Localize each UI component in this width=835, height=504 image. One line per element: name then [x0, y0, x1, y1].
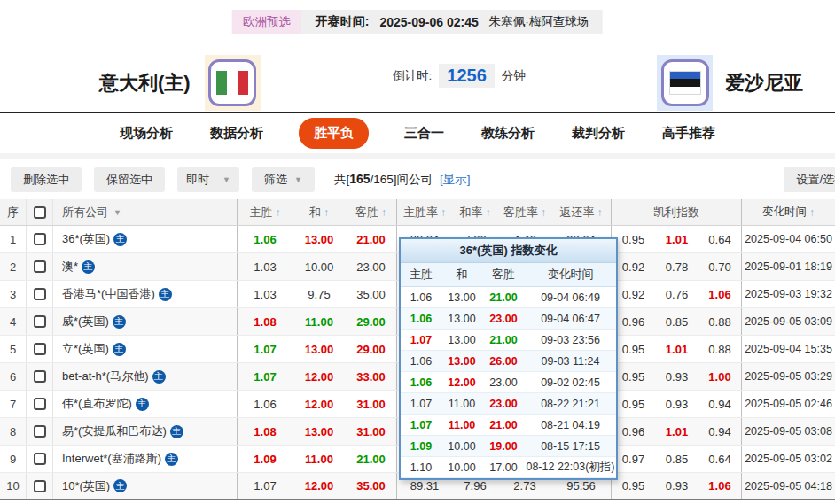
header-change-time[interactable]: 变化时间↑ — [742, 199, 835, 225]
odds-cell[interactable]: 1.08 — [238, 308, 293, 335]
odds-cell[interactable]: 31.00 — [346, 418, 397, 445]
company-cell[interactable]: bet-at-h*(马尔他)主 — [53, 363, 238, 390]
settings-button[interactable]: 设置/选择 — [784, 167, 835, 192]
odds-cell[interactable]: 11.00 — [293, 446, 346, 472]
odds-cell[interactable]: 1.07 — [238, 336, 293, 362]
show-link[interactable]: [显示] — [440, 172, 471, 188]
odds-cell[interactable]: 12.00 — [293, 391, 346, 417]
odds-cell[interactable]: 21.00 — [346, 446, 397, 472]
header-rate-draw[interactable]: 和率↑ — [452, 199, 498, 225]
row-number: 7 — [0, 391, 27, 417]
odds-cell[interactable]: 1.06 — [238, 391, 293, 417]
kelly-cell: 0.70 — [698, 253, 742, 280]
odds-cell[interactable]: 35.00 — [346, 281, 397, 307]
header-rate-return[interactable]: 返还率↑ — [551, 199, 612, 225]
company-name: 威*(英国) — [62, 314, 109, 330]
popup-odds-cell: 23.00 — [482, 313, 525, 325]
filter-button[interactable]: 筛选 ▼ — [252, 167, 315, 192]
odds-cell[interactable]: 12.00 — [293, 473, 346, 499]
odds-cell[interactable]: 31.00 — [346, 391, 397, 417]
row-checkbox[interactable] — [34, 425, 46, 438]
company-name: 伟*(直布罗陀) — [62, 396, 132, 412]
row-checkbox[interactable] — [34, 398, 46, 410]
company-cell[interactable]: 香港马*(中国香港)主 — [53, 281, 238, 307]
row-checkbox-cell — [27, 418, 53, 445]
popup-odds-cell: 13.00 — [441, 355, 482, 368]
kelly-cell: 0.96 — [612, 418, 655, 445]
row-checkbox[interactable] — [34, 480, 46, 492]
company-name: 易*(安提瓜和巴布达) — [62, 423, 167, 439]
kelly-cell: 1.06 — [698, 281, 742, 307]
row-checkbox[interactable] — [34, 370, 46, 383]
company-cell[interactable]: Interwet*(塞浦路斯)主 — [53, 446, 238, 472]
company-cell[interactable]: 易*(安提瓜和巴布达)主 — [53, 418, 238, 445]
header-odds-home[interactable]: 主胜↑ — [238, 199, 293, 225]
odds-cell[interactable]: 1.09 — [238, 446, 293, 472]
company-cell[interactable]: 36*(英国)主 — [53, 226, 238, 252]
company-cell[interactable]: 立*(英国)主 — [53, 336, 238, 362]
odds-cell[interactable]: 12.00 — [293, 363, 346, 390]
league-badge: 欧洲预选 — [232, 10, 301, 34]
header-rate-home[interactable]: 主胜率↑ — [397, 199, 452, 225]
odds-cell[interactable]: 13.00 — [293, 226, 346, 252]
odds-cell[interactable]: 21.00 — [346, 226, 397, 252]
odds-cell[interactable]: 9.75 — [293, 281, 346, 307]
odds-cell[interactable]: 1.07 — [238, 473, 293, 499]
home-team-block: 意大利(主) — [99, 55, 261, 111]
odds-cell[interactable]: 1.03 — [238, 281, 293, 307]
odds-cell[interactable]: 23.00 — [346, 253, 397, 280]
kelly-cell: 1.01 — [655, 336, 698, 362]
row-checkbox[interactable] — [34, 233, 46, 245]
select-all-checkbox[interactable] — [34, 206, 46, 219]
tab-胜平负[interactable]: 胜平负 — [299, 118, 369, 149]
header-odds-away[interactable]: 客胜↑ — [346, 199, 397, 225]
odds-cell[interactable]: 1.07 — [238, 363, 293, 390]
header-rate-away[interactable]: 客胜率↑ — [498, 199, 551, 225]
odds-cell[interactable]: 13.00 — [293, 418, 346, 445]
kelly-cell: 0.96 — [612, 308, 655, 335]
odds-cell[interactable]: 11.00 — [293, 308, 346, 335]
row-checkbox[interactable] — [34, 288, 46, 300]
odds-cell[interactable]: 1.03 — [238, 253, 293, 280]
tab-裁判分析[interactable]: 裁判分析 — [570, 118, 627, 149]
odds-cell[interactable]: 1.06 — [238, 226, 293, 252]
odds-cell[interactable]: 1.08 — [238, 418, 293, 445]
popup-history-row: 1.0711.0021.0008-21 04:19 — [401, 415, 616, 436]
tab-现场分析[interactable]: 现场分析 — [118, 118, 175, 149]
company-cell[interactable]: 澳*主 — [53, 253, 238, 280]
row-checkbox[interactable] — [34, 315, 46, 328]
row-checkbox[interactable] — [34, 260, 46, 273]
company-cell[interactable]: 威*(英国)主 — [53, 308, 238, 335]
tab-高手推荐[interactable]: 高手推荐 — [660, 118, 717, 149]
company-cell[interactable]: 伟*(直布罗陀)主 — [53, 391, 238, 417]
row-number: 4 — [0, 308, 27, 335]
kelly-cell: 0.94 — [698, 391, 742, 417]
popup-time-cell: 09-04 06:49 — [525, 291, 616, 304]
odds-cell[interactable]: 29.00 — [346, 308, 397, 335]
keep-selected-button[interactable]: 保留选中 — [94, 167, 165, 192]
popup-odds-cell: 1.06 — [401, 355, 441, 368]
odds-cell[interactable]: 33.00 — [346, 363, 397, 390]
tab-三合一[interactable]: 三合一 — [402, 118, 446, 149]
odds-cell[interactable]: 29.00 — [346, 336, 397, 362]
change-time-cell: 2025-09-05 03:09 — [742, 308, 835, 335]
odds-cell[interactable]: 35.00 — [346, 473, 397, 499]
popup-odds-cell: 17.00 — [482, 461, 525, 474]
row-number: 6 — [0, 363, 27, 390]
odds-mode-dropdown[interactable]: 即时 ▼ — [177, 167, 239, 192]
odds-cell[interactable]: 13.00 — [293, 336, 346, 362]
header-company[interactable]: 所有公司 ▼ — [53, 199, 238, 225]
change-time-cell: 2025-09-05 03:02 — [742, 446, 835, 472]
row-checkbox[interactable] — [34, 343, 46, 355]
tab-数据分析[interactable]: 数据分析 — [208, 118, 265, 149]
company-name: 香港马*(中国香港) — [62, 286, 155, 302]
popup-odds-cell: 1.06 — [401, 291, 441, 304]
tab-教练分析[interactable]: 教练分析 — [480, 118, 536, 149]
header-odds-draw[interactable]: 和↑ — [293, 199, 346, 225]
odds-cell[interactable]: 10.00 — [293, 253, 346, 280]
odds-change-popup: 36*(英国) 指数变化 主胜 和 客胜 变化时间 1.0613.0021.00… — [399, 237, 618, 480]
delete-selected-button[interactable]: 删除选中 — [11, 167, 82, 192]
row-checkbox[interactable] — [34, 453, 46, 465]
company-cell[interactable]: 10*(英国)主 — [53, 473, 238, 499]
row-checkbox-cell — [27, 308, 53, 335]
